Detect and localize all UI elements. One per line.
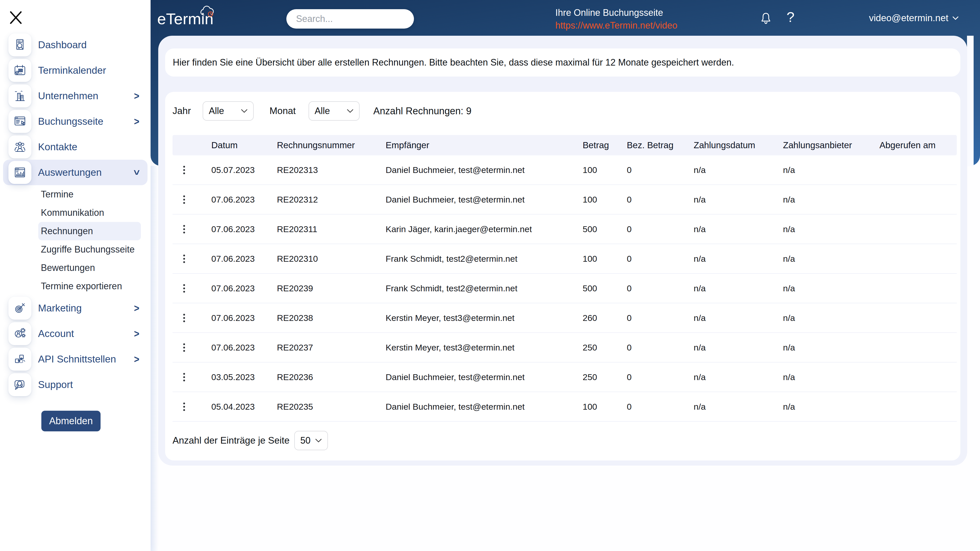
column-datum: Datum <box>211 140 277 150</box>
cell-bez-betrag: 0 <box>627 283 694 293</box>
column-empfaenger: Empfänger <box>386 140 583 150</box>
chevron-down-icon <box>953 16 959 20</box>
row-menu-icon[interactable] <box>178 221 190 238</box>
bell-icon[interactable] <box>759 11 773 26</box>
cell-betrag: 100 <box>583 254 627 264</box>
sidebar-subitem-bewertungen[interactable]: Bewertungen <box>38 259 141 277</box>
brand-logo-e: e <box>157 9 166 29</box>
sidebar-item-auswertungen[interactable]: Auswertungen > <box>3 160 148 185</box>
sidebar-item-marketing[interactable]: Marketing > <box>0 295 151 321</box>
sidebar-item-buchungsseite[interactable]: Buchungsseite > <box>0 109 151 134</box>
cell-rechnungsnummer: RE202312 <box>277 195 386 205</box>
cell-zahlungsdatum: n/a <box>694 195 783 205</box>
year-label: Jahr <box>172 106 191 116</box>
cell-betrag: 250 <box>583 372 627 382</box>
row-menu-icon[interactable] <box>178 339 190 356</box>
cell-betrag: 100 <box>583 195 627 205</box>
cell-betrag: 100 <box>583 402 627 412</box>
sidebar-subitem-kommunikation[interactable]: Kommunikation <box>38 203 141 222</box>
cell-bez-betrag: 0 <box>627 254 694 264</box>
cell-zahlungsdatum: n/a <box>694 165 783 175</box>
app-window: e Termin Ihre Online Buchungsseite https… <box>0 0 980 551</box>
account-menu[interactable]: video@etermin.net <box>869 13 959 24</box>
cell-bez-betrag: 0 <box>627 343 694 353</box>
page-scrollbar-track[interactable] <box>967 36 974 166</box>
cell-zahlungsanbieter: n/a <box>783 195 880 205</box>
sidebar-item-kontakte[interactable]: Kontakte <box>0 134 151 160</box>
cell-zahlungsanbieter: n/a <box>783 283 880 293</box>
row-menu-icon[interactable] <box>178 369 190 386</box>
row-menu-icon[interactable] <box>178 280 190 297</box>
table-row: 07.06.2023 RE202310 Frank Schmidt, test2… <box>172 244 957 274</box>
cell-rechnungsnummer: RE20236 <box>277 372 386 382</box>
cell-empfaenger: Kerstin Meyer, test3@etermin.net <box>386 343 583 353</box>
sidebar-subitem-zugriffe-buchungsseite[interactable]: Zugriffe Buchungsseite <box>38 240 141 259</box>
sidebar-subitem-rechnungen[interactable]: Rechnungen <box>38 222 141 240</box>
cell-datum: 03.05.2023 <box>211 372 277 382</box>
column-zahlungsanbieter: Zahlungsanbieter <box>783 140 880 150</box>
close-icon[interactable] <box>9 10 23 25</box>
company-building-icon <box>8 84 32 107</box>
cell-bez-betrag: 0 <box>627 165 694 175</box>
cell-zahlungsanbieter: n/a <box>783 343 880 353</box>
cell-betrag: 250 <box>583 343 627 353</box>
row-menu-icon[interactable] <box>178 191 190 208</box>
cell-empfaenger: Kerstin Meyer, test3@etermin.net <box>386 313 583 323</box>
info-text: Hier finden Sie eine Übersicht über alle… <box>173 57 734 68</box>
reports-chart-icon <box>8 161 32 184</box>
search-input[interactable] <box>286 9 414 29</box>
month-label: Monat <box>269 106 296 116</box>
brand-logo[interactable]: e Termin <box>157 9 213 29</box>
sidebar-subitem-termine[interactable]: Termine <box>38 185 141 203</box>
cell-bez-betrag: 0 <box>627 372 694 382</box>
cell-empfaenger: Frank Schmidt, test2@etermin.net <box>386 283 583 293</box>
cell-datum: 05.07.2023 <box>211 165 277 175</box>
sidebar-item-api-schnittstellen[interactable]: API Schnittstellen > <box>0 346 151 372</box>
sidebar-item-unternehmen[interactable]: Unternehmen > <box>0 83 151 109</box>
column-betrag: Betrag <box>583 140 627 150</box>
cell-betrag: 260 <box>583 313 627 323</box>
cell-rechnungsnummer: RE20238 <box>277 313 386 323</box>
chevron-down-icon <box>315 438 322 443</box>
cell-betrag: 500 <box>583 224 627 234</box>
sidebar-nav: Dashboard Terminkalender Unternehmen > <box>0 32 151 431</box>
cell-zahlungsdatum: n/a <box>694 254 783 264</box>
row-menu-icon[interactable] <box>178 162 190 178</box>
cell-datum: 05.04.2023 <box>211 402 277 412</box>
booking-page-label: Ihre Online Buchungsseite <box>555 6 677 19</box>
row-menu-icon[interactable] <box>178 310 190 326</box>
cell-bez-betrag: 0 <box>627 224 694 234</box>
pagination: Anzahl der Einträge je Seite 50 <box>172 431 328 450</box>
cell-betrag: 500 <box>583 283 627 293</box>
month-select[interactable]: Alle <box>309 101 360 121</box>
year-select[interactable]: Alle <box>203 101 254 121</box>
sidebar-subitem-termine-exportieren[interactable]: Termine exportieren <box>38 277 141 295</box>
column-abgerufen-am: Abgerufen am <box>880 140 957 150</box>
sidebar-edge-fade <box>151 166 158 551</box>
chevron-right-icon: > <box>134 353 139 365</box>
help-icon[interactable]: ? <box>785 8 796 25</box>
sidebar-item-account[interactable]: Account > <box>0 321 151 346</box>
cloud-clock-icon <box>200 5 215 17</box>
row-menu-icon[interactable] <box>178 251 190 267</box>
page-size-select[interactable]: 50 <box>294 431 328 450</box>
invoices-panel: Jahr Alle Monat Alle Anzahl Rechnungen: … <box>165 92 960 460</box>
sidebar-item-support[interactable]: Support <box>0 372 151 397</box>
cell-zahlungsdatum: n/a <box>694 224 783 234</box>
cell-zahlungsanbieter: n/a <box>783 165 880 175</box>
row-menu-icon[interactable] <box>178 399 190 415</box>
cell-empfaenger: Frank Schmidt, test2@etermin.net <box>386 254 583 264</box>
sidebar-item-terminkalender[interactable]: Terminkalender <box>0 58 151 83</box>
support-headset-icon <box>8 373 32 396</box>
logout-button[interactable]: Abmelden <box>41 411 100 431</box>
cell-zahlungsdatum: n/a <box>694 313 783 323</box>
chevron-expanded-icon: > <box>130 170 143 175</box>
sidebar-item-dashboard[interactable]: Dashboard <box>0 32 151 58</box>
cell-empfaenger: Daniel Buchmeier, test@etermin.net <box>386 165 583 175</box>
cell-rechnungsnummer: RE202311 <box>277 224 386 234</box>
contacts-people-icon <box>8 135 32 159</box>
cell-zahlungsanbieter: n/a <box>783 372 880 382</box>
booking-page-link[interactable]: https://www.eTermin.net/video <box>555 19 677 32</box>
cell-datum: 07.06.2023 <box>211 254 277 264</box>
cell-zahlungsdatum: n/a <box>694 372 783 382</box>
